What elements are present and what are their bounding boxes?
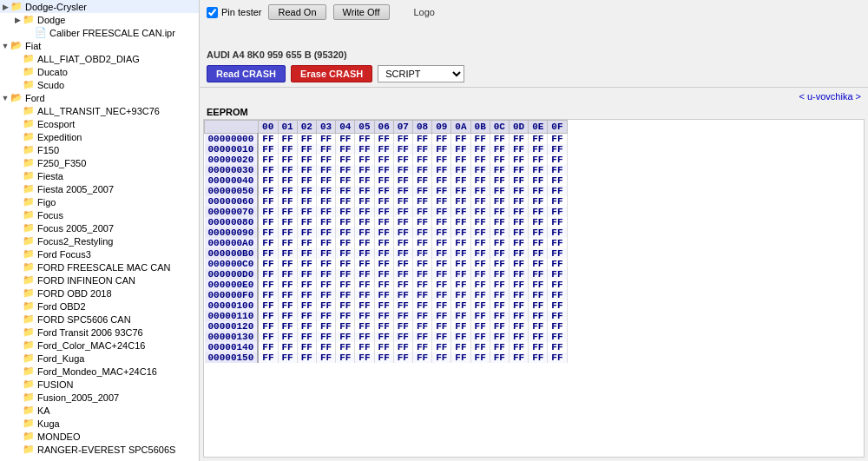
eeprom-cell: FF <box>355 352 374 363</box>
tree-folder-icon: 📁 <box>23 274 35 286</box>
eeprom-cell: FF <box>451 155 470 165</box>
tree-folder-icon: 📂 <box>10 92 23 103</box>
eeprom-addr: 000000C0 <box>205 259 259 269</box>
eeprom-cell: FF <box>432 300 451 311</box>
tree-item-ecosport[interactable]: 📁Ecosport <box>0 117 199 130</box>
tree-item-f250[interactable]: 📁F250_F350 <box>0 156 199 169</box>
tree-item-fiesta05[interactable]: 📁Fiesta 2005_2007 <box>0 182 199 195</box>
tree-item-focus2[interactable]: 📁Focus2_Restyling <box>0 234 199 247</box>
tree-item-ford-obd2018[interactable]: 📁FORD OBD 2018 <box>0 286 199 300</box>
eeprom-cell: FF <box>470 280 490 290</box>
tree-item-ford-infineon[interactable]: 📁FORD INFINEON CAN <box>0 273 199 286</box>
eeprom-cell: FF <box>451 248 470 259</box>
read-crash-button[interactable]: Read CRASH <box>207 65 286 82</box>
tree-item-ford[interactable]: ▼📂Ford <box>0 91 199 104</box>
eeprom-col-header-15: 0E <box>529 121 548 134</box>
tree-item-expedition[interactable]: 📁Expedition <box>0 130 199 143</box>
eeprom-col-header-16: 0F <box>548 121 567 134</box>
tree-item-all-fiat[interactable]: 📁ALL_FIAT_OBD2_DIAG <box>0 52 199 65</box>
eeprom-label: EEPROM <box>203 105 865 119</box>
tree-item-ford-mondeo[interactable]: 📁Ford_Mondeo_MAC+24C16 <box>0 365 199 378</box>
tree-item-fordfocus3[interactable]: 📁Ford Focus3 <box>0 247 199 260</box>
eeprom-row: 00000080FFFFFFFFFFFFFFFFFFFFFFFFFFFFFFFF <box>205 217 568 227</box>
eeprom-cell: FF <box>374 342 393 352</box>
eeprom-row: 00000120FFFFFFFFFFFFFFFFFFFFFFFFFFFFFFFF <box>205 321 568 332</box>
eeprom-cell: FF <box>470 217 490 227</box>
tree-item-kuga[interactable]: 📁Kuga <box>0 417 199 430</box>
script-select[interactable]: SCRIPTOBDDIRECT <box>378 65 464 82</box>
eeprom-cell: FF <box>529 238 548 248</box>
eeprom-table-container[interactable]: 000102030405060708090A0B0C0D0E0F 0000000… <box>203 119 865 458</box>
tree-item-fusion05[interactable]: 📁Fusion_2005_2007 <box>0 391 199 404</box>
eeprom-cell: FF <box>297 144 316 155</box>
eeprom-cell: FF <box>509 196 528 207</box>
eeprom-cell: FF <box>412 155 431 165</box>
eeprom-row: 00000010FFFFFFFFFFFFFFFFFFFFFFFFFFFFFFFF <box>205 144 568 155</box>
tree-item-scudo[interactable]: 📁Scudo <box>0 78 199 91</box>
erase-crash-button[interactable]: Erase CRASH <box>291 65 372 82</box>
eeprom-cell: FF <box>470 207 490 217</box>
eeprom-cell: FF <box>529 144 548 155</box>
eeprom-cell: FF <box>374 352 393 363</box>
tree-item-mondeo[interactable]: 📁MONDEO <box>0 430 199 443</box>
write-off-button[interactable]: Write Off <box>333 4 390 20</box>
tree-item-ford-color[interactable]: 📁Ford_Color_MAC+24C16 <box>0 339 199 352</box>
tree-item-f150[interactable]: 📁F150 <box>0 143 199 156</box>
tree-label: Focus <box>37 210 63 221</box>
tree-label: Fiat <box>25 41 41 51</box>
tree-label: FORD FREESCALE MAC CAN <box>37 262 170 273</box>
eeprom-addr: 000000A0 <box>205 238 259 248</box>
tree-item-dodge-chrysler[interactable]: ▶📁Dodge-Crysler <box>0 0 199 13</box>
eeprom-cell: FF <box>374 280 393 290</box>
tree-item-figo[interactable]: 📁Figo <box>0 195 199 208</box>
tree-item-caliber[interactable]: 📄Caliber FREESCALE CAN.ipr <box>0 26 199 39</box>
tree-item-ford-kuga[interactable]: 📁Ford_Kuga <box>0 352 199 365</box>
tree-item-focus05[interactable]: 📁Focus 2005_2007 <box>0 221 199 234</box>
read-on-button[interactable]: Read On <box>268 4 326 20</box>
tree-folder-icon: 📁 <box>23 287 35 299</box>
eeprom-addr: 00000140 <box>205 342 259 352</box>
pin-tester-checkbox[interactable] <box>207 7 218 18</box>
eeprom-row: 00000090FFFFFFFFFFFFFFFFFFFFFFFFFFFFFFFF <box>205 227 568 238</box>
pin-tester-checkbox-label[interactable]: Pin tester <box>207 7 261 18</box>
tree-item-ford-transit2006[interactable]: 📁Ford Transit 2006 93C76 <box>0 326 199 339</box>
eeprom-cell: FF <box>490 238 509 248</box>
eeprom-cell: FF <box>529 186 548 196</box>
eeprom-cell: FF <box>297 134 316 145</box>
eeprom-col-header-3: 02 <box>297 121 316 134</box>
tree-label: ALL_TRANSIT_NEC+93C76 <box>37 106 160 116</box>
eeprom-cell: FF <box>470 269 490 280</box>
eeprom-cell: FF <box>509 352 528 363</box>
eeprom-cell: FF <box>355 155 374 165</box>
eeprom-cell: FF <box>451 238 470 248</box>
eeprom-cell: FF <box>451 280 470 290</box>
eeprom-cell: FF <box>490 259 509 269</box>
eeprom-row: 000000F0FFFFFFFFFFFFFFFFFFFFFFFFFFFFFFFF <box>205 290 568 300</box>
tree-folder-icon: 📁 <box>23 339 35 351</box>
tree-item-focus[interactable]: 📁Focus <box>0 208 199 221</box>
pin-tester-label: Pin tester <box>221 7 261 17</box>
tree-item-fusion[interactable]: 📁FUSION <box>0 378 199 391</box>
tree-item-ford-obd2[interactable]: 📁Ford OBD2 <box>0 300 199 313</box>
tree-item-ducato[interactable]: 📁Ducato <box>0 65 199 78</box>
eeprom-cell: FF <box>316 175 335 186</box>
tree-item-ranger[interactable]: 📁RANGER-EVEREST SPC5606S <box>0 443 199 456</box>
tree-item-ka[interactable]: 📁KA <box>0 404 199 417</box>
tree-item-dodge[interactable]: ▶📁Dodge <box>0 13 199 26</box>
eeprom-cell: FF <box>509 321 528 332</box>
tree-folder-icon: 📁 <box>23 157 35 168</box>
tree-item-fiat[interactable]: ▼📂Fiat <box>0 39 199 52</box>
eeprom-cell: FF <box>529 311 548 321</box>
tree-item-ford-freescale[interactable]: 📁FORD FREESCALE MAC CAN <box>0 260 199 273</box>
tree-folder-icon: 📁 <box>23 118 35 129</box>
eeprom-cell: FF <box>374 196 393 207</box>
eeprom-cell: FF <box>509 217 528 227</box>
eeprom-cell: FF <box>451 311 470 321</box>
eeprom-cell: FF <box>529 300 548 311</box>
tree-item-fiesta[interactable]: 📁Fiesta <box>0 169 199 182</box>
eeprom-cell: FF <box>432 238 451 248</box>
tree-item-all-transit[interactable]: 📁ALL_TRANSIT_NEC+93C76 <box>0 104 199 117</box>
eeprom-cell: FF <box>529 175 548 186</box>
eeprom-cell: FF <box>490 155 509 165</box>
tree-item-ford-spc5606[interactable]: 📁FORD SPC5606 CAN <box>0 313 199 326</box>
